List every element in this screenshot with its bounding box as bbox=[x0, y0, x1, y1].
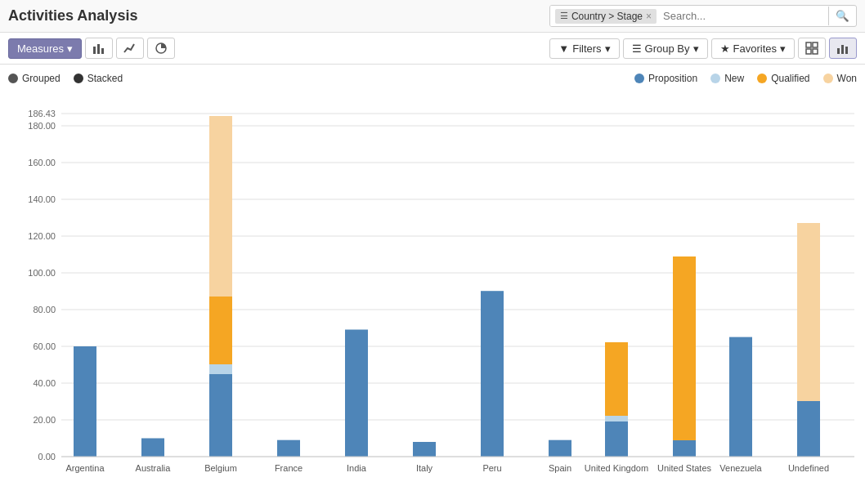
legend: Grouped Stacked Proposition New Qualifie… bbox=[8, 73, 857, 84]
star-icon: ★ bbox=[720, 42, 730, 55]
bar-peru: Peru bbox=[481, 291, 504, 473]
groupby-button[interactable]: ☰ Group By ▾ bbox=[623, 38, 708, 59]
uk-qualified bbox=[605, 342, 628, 416]
svg-rect-7 bbox=[813, 49, 818, 54]
toolbar: Measures ▾ ▼ Filters ▾ bbox=[0, 33, 865, 65]
legend-stacked[interactable]: Stacked bbox=[74, 73, 123, 84]
toolbar-left: Measures ▾ bbox=[8, 38, 175, 59]
belgium-qualified bbox=[209, 297, 232, 364]
svg-rect-10 bbox=[845, 47, 848, 54]
proposition-dot bbox=[634, 74, 644, 83]
won-dot bbox=[823, 74, 833, 83]
chart-view-button[interactable] bbox=[829, 38, 857, 59]
legend-new[interactable]: New bbox=[710, 73, 744, 84]
search-input[interactable] bbox=[660, 8, 823, 24]
y-label-160: 160.00 bbox=[28, 158, 56, 167]
india-proposition bbox=[345, 330, 368, 457]
france-proposition bbox=[277, 440, 300, 457]
stacked-radio[interactable] bbox=[74, 74, 83, 83]
bar-chart-button[interactable] bbox=[85, 38, 113, 59]
us-qualified bbox=[673, 256, 696, 440]
bar-italy: Italy bbox=[413, 442, 436, 473]
bar-united-states: United States bbox=[657, 256, 712, 473]
new-label: New bbox=[724, 73, 744, 84]
uk-new bbox=[605, 416, 628, 421]
groupby-icon: ☰ bbox=[632, 42, 642, 55]
favorites-label: Favorites bbox=[733, 42, 777, 55]
argentina-proposition bbox=[74, 346, 96, 457]
uk-proposition bbox=[605, 421, 628, 457]
chart-container: Grouped Stacked Proposition New Qualifie… bbox=[0, 65, 865, 500]
search-button[interactable]: 🔍 bbox=[828, 7, 856, 25]
qualified-label: Qualified bbox=[771, 73, 809, 84]
venezuela-label: Venezuela bbox=[719, 463, 762, 473]
y-label-140: 140.00 bbox=[28, 194, 56, 204]
search-bar: ☰ Country > Stage × 🔍 bbox=[549, 5, 857, 27]
bar-undefined: Undefined bbox=[788, 223, 829, 473]
grid-view-button[interactable] bbox=[798, 38, 826, 59]
measures-label: Measures bbox=[17, 42, 64, 55]
belgium-won bbox=[209, 116, 232, 297]
y-label-120: 120.00 bbox=[28, 231, 56, 241]
belgium-new bbox=[209, 364, 232, 374]
australia-label: Australia bbox=[136, 463, 172, 473]
search-bar-inner: ☰ Country > Stage × bbox=[550, 6, 828, 26]
undefined-proposition bbox=[797, 401, 820, 457]
y-label-100: 100.00 bbox=[28, 268, 56, 278]
y-label-80: 80.00 bbox=[33, 305, 56, 314]
india-label: India bbox=[347, 463, 367, 473]
filters-label: Filters bbox=[572, 42, 601, 55]
svg-rect-8 bbox=[837, 48, 840, 54]
bar-venezuela: Venezuela bbox=[719, 337, 762, 473]
line-chart-icon bbox=[123, 42, 137, 55]
legend-won[interactable]: Won bbox=[823, 73, 857, 84]
measures-button[interactable]: Measures ▾ bbox=[8, 38, 82, 59]
bar-united-kingdom: United Kingdom bbox=[585, 342, 648, 473]
y-label-180: 180.00 bbox=[28, 121, 56, 131]
argentina-label: Argentina bbox=[65, 463, 105, 473]
stacked-label: Stacked bbox=[87, 73, 123, 84]
filters-button[interactable]: ▼ Filters ▾ bbox=[549, 38, 619, 59]
france-label: France bbox=[275, 463, 303, 473]
y-label-40: 40.00 bbox=[33, 378, 56, 388]
header-left: Activities Analysis bbox=[8, 7, 137, 25]
grouped-label: Grouped bbox=[22, 73, 61, 84]
won-label: Won bbox=[837, 73, 857, 84]
grouped-radio[interactable] bbox=[8, 74, 18, 83]
groupby-label: Group By bbox=[645, 42, 690, 55]
filter-icon: ▼ bbox=[558, 42, 569, 55]
undefined-label: Undefined bbox=[788, 463, 829, 473]
uk-label: United Kingdom bbox=[585, 463, 648, 473]
chart-view-icon bbox=[836, 42, 849, 55]
header: Activities Analysis ☰ Country > Stage × … bbox=[0, 0, 865, 33]
header-right: ☰ Country > Stage × 🔍 bbox=[549, 5, 857, 27]
bar-chart-svg: 186.43 180.00 160.00 140.00 120.00 100.0… bbox=[8, 89, 857, 489]
svg-rect-1 bbox=[97, 44, 100, 54]
svg-rect-4 bbox=[806, 42, 811, 47]
favorites-button[interactable]: ★ Favorites ▾ bbox=[711, 38, 795, 59]
spain-proposition bbox=[549, 440, 571, 457]
legend-grouped[interactable]: Grouped bbox=[8, 73, 61, 84]
us-proposition bbox=[673, 440, 696, 457]
undefined-won bbox=[797, 223, 820, 401]
peru-label: Peru bbox=[482, 463, 501, 473]
belgium-label: Belgium bbox=[204, 463, 237, 473]
grid-icon bbox=[805, 42, 818, 55]
us-label: United States bbox=[657, 463, 712, 473]
italy-proposition bbox=[413, 442, 436, 457]
svg-rect-0 bbox=[93, 47, 96, 54]
bar-belgium: Belgium bbox=[204, 116, 237, 473]
y-label-60: 60.00 bbox=[33, 341, 56, 351]
svg-rect-9 bbox=[841, 45, 844, 54]
legend-proposition[interactable]: Proposition bbox=[634, 73, 697, 84]
svg-rect-5 bbox=[813, 42, 818, 47]
filter-tag[interactable]: ☰ Country > Stage × bbox=[555, 9, 657, 24]
pie-chart-icon bbox=[155, 42, 168, 55]
line-chart-button[interactable] bbox=[116, 38, 144, 59]
spain-label: Spain bbox=[549, 463, 571, 473]
pie-chart-button[interactable] bbox=[147, 38, 175, 59]
svg-rect-6 bbox=[806, 49, 811, 54]
new-dot bbox=[710, 74, 720, 83]
filter-tag-close[interactable]: × bbox=[646, 11, 652, 22]
legend-qualified[interactable]: Qualified bbox=[757, 73, 809, 84]
